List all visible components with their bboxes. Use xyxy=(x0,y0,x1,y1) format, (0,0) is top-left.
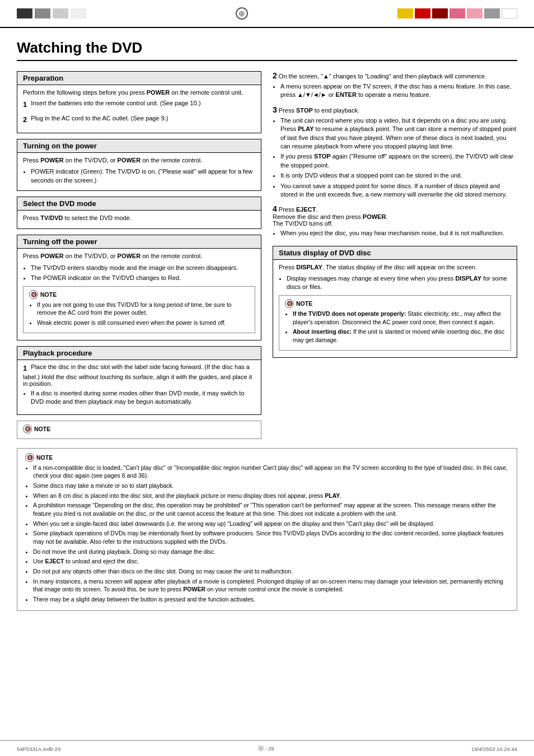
color-block-gray xyxy=(484,8,500,18)
footer-date: 19/4/2553 10:24:44 xyxy=(471,746,517,752)
header-block-3 xyxy=(53,8,68,18)
section-preparation: Preparation Perform the following steps … xyxy=(17,71,261,133)
color-block-darkred xyxy=(432,8,448,18)
section-playback-title: Playback procedure xyxy=(17,347,261,360)
note-label: NOTE xyxy=(40,291,57,298)
turning-off-bullet-2: The POWER indicator on the TV/DVD change… xyxy=(31,274,255,282)
note-header: 🔇 NOTE xyxy=(29,290,249,299)
playback-step-3-block: 3 Press STOP to end playback. The unit c… xyxy=(273,105,517,199)
bottom-note-section: 🔇 NOTE If a non-compatible disc is loade… xyxy=(17,448,517,611)
col-left: Preparation Perform the following steps … xyxy=(17,71,261,442)
header-block-4 xyxy=(71,8,86,18)
note-icon: 🔇 xyxy=(29,290,38,299)
playback-step-3-bullet-2: If you press STOP again ("Resume off" ap… xyxy=(280,152,517,170)
turning-on-bullets: POWER indicator (Green): The TV/DVD is o… xyxy=(31,167,255,185)
status-note: 🔇 NOTE If the TV/DVD does not operate pr… xyxy=(279,295,511,351)
status-note-bullet-2: About inserting disc: If the unit is sla… xyxy=(293,328,505,344)
section-turning-on: Turning on the power Press POWER on the … xyxy=(17,139,261,191)
section-status-title: Status display of DVD disc xyxy=(273,246,517,260)
bottom-left-note: 🔇 NOTE xyxy=(17,421,261,439)
bottom-note-item-9: Do not put any objects other than discs … xyxy=(33,567,509,576)
turning-on-bullet-1: POWER indicator (Green): The TV/DVD is o… xyxy=(31,167,255,185)
bottom-note-header: 🔇 NOTE xyxy=(23,424,255,433)
bottom-note-item-4: A prohibition message "Depending on the … xyxy=(33,501,509,517)
section-status-content: Press DISPLAY. The status display of the… xyxy=(273,260,517,357)
bottom-full-note-header: 🔇 NOTE xyxy=(25,453,509,462)
bottom-full-note-label: NOTE xyxy=(36,454,53,461)
section-dvd-mode-title: Select the DVD mode xyxy=(17,197,261,211)
header-left-blocks xyxy=(17,8,86,18)
playback-step-1-bullet: If a disc is inserted during some modes … xyxy=(31,389,255,407)
bottom-note-item-7: Do not move the unit during playback. Do… xyxy=(33,548,509,556)
footer: 54P0331A.indb 29 ⓔ - 29 19/4/2553 10:24:… xyxy=(0,740,534,756)
header-right-blocks xyxy=(397,8,517,18)
playback-step-2-bullet: A menu screen appear on the TV screen, i… xyxy=(280,82,517,100)
turning-off-note: 🔇 NOTE If you are not going to use this … xyxy=(23,286,255,333)
section-preparation-content: Perform the following steps before you p… xyxy=(17,85,261,133)
color-block-lightpink xyxy=(467,8,483,18)
color-block-white xyxy=(502,8,517,18)
playback-step-4-bullets: When you eject the disc, you may hear me… xyxy=(280,229,517,237)
status-note-bullet-1: If the TV/DVD does not operate properly:… xyxy=(293,310,505,326)
header-bar: ⊕ xyxy=(0,0,534,28)
playback-step-4-bullet: When you eject the disc, you may hear me… xyxy=(280,229,517,237)
main-content: Watching the DVD Preparation Perform the… xyxy=(0,28,534,622)
playback-step-1-bullets: If a disc is inserted during some modes … xyxy=(31,389,255,407)
bottom-note-item-6: Some playback operations of DVDs may be … xyxy=(33,529,509,545)
color-block-yellow xyxy=(397,8,413,18)
footer-page-label: ⓔ - 29 xyxy=(258,745,274,753)
preparation-step-1: 1 Insert the batteries into the remote c… xyxy=(23,100,255,110)
section-dvd-mode: Select the DVD mode Press TV/DVD to sele… xyxy=(17,197,261,229)
bottom-note-item-1: If a non-compatible disc is loaded, "Can… xyxy=(33,464,509,480)
bottom-note-label: NOTE xyxy=(34,426,50,432)
preparation-step-2: 2 Plug in the AC cord to the AC outlet. … xyxy=(23,115,255,125)
page-title: Watching the DVD xyxy=(17,39,517,61)
status-note-label: NOTE xyxy=(296,300,312,307)
note-bullets: If you are not going to use this TV/DVD … xyxy=(37,301,249,327)
playback-step-3-bullet-3: It is only DVD videos that a stopped poi… xyxy=(280,171,517,180)
playback-step-1: 1 Place the disc in the disc slot with t… xyxy=(23,363,255,407)
color-block-pink xyxy=(449,8,465,18)
section-turning-on-content: Press POWER on the TV/DVD, or POWER on t… xyxy=(17,153,261,190)
bottom-note-item-8: Use EJECT to unload and eject the disc. xyxy=(33,557,509,566)
preparation-intro: Perform the following steps before you p… xyxy=(23,88,255,97)
playback-step-3-bullet-4: You cannot save a stopped point for some… xyxy=(280,182,517,199)
footer-file-info: 54P0331A.indb 29 xyxy=(17,746,60,752)
turning-on-text: Press POWER on the TV/DVD, or POWER on t… xyxy=(23,156,255,165)
bottom-note-item-3: When an 8 cm disc is placed into the dis… xyxy=(33,492,509,500)
two-col-layout: Preparation Perform the following steps … xyxy=(17,71,517,442)
bottom-note-item-2: Some discs may take a minute or so to st… xyxy=(33,482,509,490)
crosshair-icon: ⊕ xyxy=(236,7,248,20)
turning-off-bullets: The TV/DVD enters standby mode and the i… xyxy=(31,264,255,283)
bottom-note-item-10: In many instances, a menu screen will ap… xyxy=(33,577,509,594)
section-turning-on-title: Turning on the power xyxy=(17,139,261,153)
section-turning-off-title: Turning off the power xyxy=(17,235,261,249)
status-bullets: Display messages may change at every tim… xyxy=(287,274,511,292)
playback-step-3-bullet-1: The unit can record where you stop a vid… xyxy=(280,116,517,151)
status-note-icon: 🔇 xyxy=(285,299,294,308)
section-turning-off-content: Press POWER on the TV/DVD, or POWER on t… xyxy=(17,249,261,339)
section-playback-content: 1 Place the disc in the disc slot with t… xyxy=(17,360,261,414)
status-text: Press DISPLAY. The status display of the… xyxy=(279,263,511,272)
playback-step-3-bullets: The unit can record where you stop a vid… xyxy=(280,116,517,199)
playback-step-4-block: 4 Press EJECT. Remove the disc and then … xyxy=(273,204,517,237)
bottom-note-item-11: There may be a slight delay between the … xyxy=(33,595,509,604)
dvd-mode-text: Press TV/DVD to select the DVD mode. xyxy=(23,214,255,222)
playback-step-2-bullets: A menu screen appear on the TV screen, i… xyxy=(280,82,517,100)
bottom-note-list: If a non-compatible disc is loaded, "Can… xyxy=(33,464,509,604)
section-playback: Playback procedure 1 Place the disc in t… xyxy=(17,346,261,415)
section-status-display: Status display of DVD disc Press DISPLAY… xyxy=(273,246,517,358)
section-dvd-mode-content: Press TV/DVD to select the DVD mode. xyxy=(17,211,261,228)
header-block-1 xyxy=(17,8,32,18)
col-right: 2 On the screen, "▲" changes to "Loading… xyxy=(273,71,517,442)
status-note-header: 🔇 NOTE xyxy=(285,299,505,308)
section-preparation-title: Preparation xyxy=(17,72,261,85)
section-turning-off: Turning off the power Press POWER on the… xyxy=(17,235,261,340)
turning-off-text: Press POWER on the TV/DVD, or POWER on t… xyxy=(23,252,255,260)
turning-off-bullet-1: The TV/DVD enters standby mode and the i… xyxy=(31,264,255,272)
note-bullet-1: If you are not going to use this TV/DVD … xyxy=(37,301,249,317)
color-block-red xyxy=(415,8,430,18)
bottom-note-item-5: When you set a single-faced disc label d… xyxy=(33,520,509,528)
bottom-full-note-icon: 🔇 xyxy=(25,453,34,462)
note-bullet-2: Weak electric power is still consumed ev… xyxy=(37,319,249,327)
